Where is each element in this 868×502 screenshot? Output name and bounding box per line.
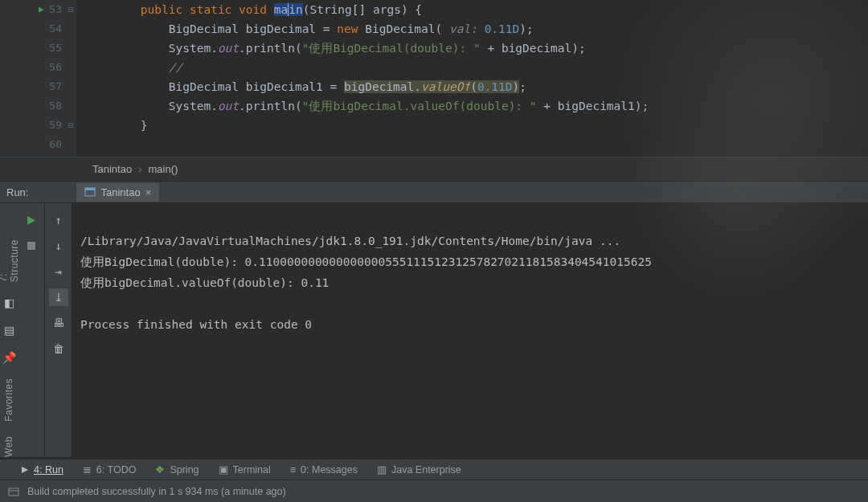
fold-end-icon[interactable]: ⊟ — [68, 116, 73, 135]
console-line: 使用bigDecimal.valueOf(double): 0.11 — [80, 276, 329, 289]
fold-icon[interactable]: ⊟ — [68, 0, 73, 19]
breadcrumb-separator: › — [138, 163, 141, 175]
favorites-tool-window-button[interactable]: Favorites — [3, 378, 14, 422]
run-tab-label: Tanintao — [100, 186, 140, 198]
tab-run-label: 4: Run — [34, 464, 63, 475]
messages-icon: ≡ — [290, 464, 296, 475]
svg-rect-5 — [9, 488, 18, 496]
line-number: 59 — [49, 119, 62, 131]
application-icon — [84, 186, 96, 198]
camera-icon[interactable]: ◧ — [4, 296, 14, 309]
close-icon[interactable]: × — [145, 186, 152, 198]
tab-spring-label: Spring — [170, 464, 199, 475]
breadcrumb[interactable]: Tanintao › main() — [0, 157, 868, 181]
breadcrumb-method[interactable]: main() — [149, 163, 178, 175]
line-number: 53 — [49, 3, 62, 15]
tab-messages-label: 0: Messages — [301, 464, 358, 475]
play-icon — [21, 466, 29, 474]
line-number: 56 — [49, 61, 62, 73]
pin-icon[interactable]: 📌 — [2, 351, 16, 364]
run-toolbar-col2: ↑ ↓ ⇥ ⤓ 🖶 🗑 — [45, 203, 72, 457]
svg-marker-4 — [22, 467, 28, 473]
run-panel-header: Run: Tanintao × — [0, 181, 868, 203]
tab-terminal[interactable]: ▣ Terminal — [219, 463, 271, 475]
code-editor[interactable]: 53 ▶ ⊟ 54 55 56 57 58 59 ⊟ 60 public sta… — [0, 0, 868, 157]
tab-todo[interactable]: ≣ 6: TODO — [83, 463, 137, 475]
svg-rect-1 — [85, 188, 95, 190]
console-line: /Library/Java/JavaVirtualMachines/jdk1.8… — [80, 235, 620, 247]
console-line: Process finished with exit code 0 — [80, 318, 312, 331]
web-tool-window-button[interactable]: Web — [3, 436, 14, 457]
stop-button[interactable] — [22, 237, 41, 255]
line-number: 55 — [49, 42, 62, 54]
tab-terminal-label: Terminal — [233, 464, 271, 475]
list-icon: ≣ — [83, 463, 92, 475]
terminal-icon: ▣ — [219, 463, 228, 475]
run-gutter-icon[interactable]: ▶ — [39, 0, 44, 19]
tab-run[interactable]: 4: Run — [21, 464, 63, 475]
status-bar: Build completed successfully in 1 s 934 … — [0, 480, 868, 502]
run-toolbar-col1 — [18, 203, 45, 457]
layers-icon: ▥ — [377, 463, 387, 475]
line-number: 57 — [49, 80, 62, 92]
line-number: 54 — [49, 22, 62, 35]
trash-icon[interactable]: 🗑 — [49, 340, 68, 357]
print-icon[interactable]: 🖶 — [49, 314, 68, 332]
bottom-tool-tabs: 4: Run ≣ 6: TODO ❖ Spring ▣ Terminal ≡ 0… — [0, 459, 868, 480]
tab-todo-label: 6: TODO — [96, 464, 137, 475]
scroll-to-end-icon[interactable]: ⤓ — [49, 288, 68, 306]
tab-messages[interactable]: ≡ 0: Messages — [290, 464, 358, 475]
console-line: 使用BigDecimal(double): 0.1100000000000000… — [80, 255, 652, 268]
svg-rect-3 — [27, 242, 35, 250]
run-label: Run: — [6, 186, 28, 198]
svg-marker-2 — [27, 216, 35, 225]
rerun-button[interactable] — [22, 211, 41, 229]
line-number: 58 — [49, 100, 62, 112]
tab-java-ee-label: Java Enterprise — [391, 464, 461, 475]
tab-java-enterprise[interactable]: ▥ Java Enterprise — [377, 463, 461, 475]
run-config-tab[interactable]: Tanintao × — [76, 183, 159, 202]
left-tool-strip: 7: Structure ◧ ▤ 📌 Favorites Web — [0, 203, 18, 457]
line-number-gutter: 53 ▶ ⊟ 54 55 56 57 58 59 ⊟ 60 — [0, 0, 76, 157]
down-icon[interactable]: ↓ — [49, 237, 68, 255]
breadcrumb-class[interactable]: Tanintao — [92, 163, 132, 175]
up-icon[interactable]: ↑ — [49, 211, 68, 229]
line-number: 60 — [49, 138, 62, 150]
console-output[interactable]: /Library/Java/JavaVirtualMachines/jdk1.8… — [72, 203, 868, 457]
layout-icon[interactable]: ▤ — [4, 324, 14, 337]
soft-wrap-icon[interactable]: ⇥ — [49, 263, 68, 280]
status-icon[interactable] — [8, 486, 19, 497]
code-text[interactable]: public static void main(String[] args) {… — [76, 0, 868, 157]
status-message: Build completed successfully in 1 s 934 … — [27, 486, 286, 497]
spring-icon: ❖ — [155, 463, 165, 475]
structure-tool-window-button[interactable]: 7: Structure — [0, 235, 20, 282]
tab-spring[interactable]: ❖ Spring — [155, 463, 199, 475]
